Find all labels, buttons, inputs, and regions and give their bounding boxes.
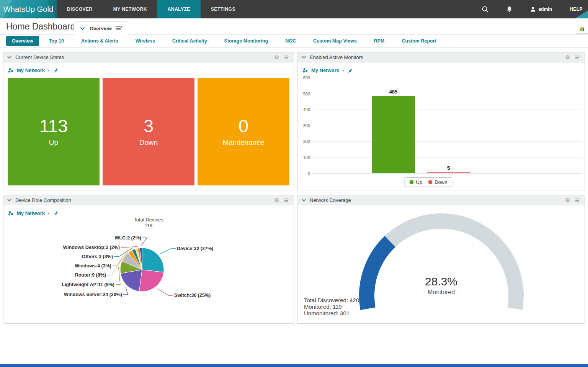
collapse-chevron-icon[interactable]: [302, 199, 306, 202]
caret-down-icon[interactable]: ▾: [342, 69, 344, 72]
nav-item-my-network[interactable]: MY NETWORK: [103, 0, 157, 18]
pie-label-lightweight-ap: Lightweight AP:11 (9%): [62, 282, 114, 287]
pie-leader-line: [116, 267, 120, 285]
gridline: [312, 141, 582, 142]
panel-header: Current Device States ⚙: [3, 52, 294, 62]
pie-leader-line: [160, 249, 176, 254]
panel-body: My Network ▾ 113 Up 3 Down 0 Maintenance: [3, 62, 294, 190]
stat-unmonitored: Unmonitored: 301: [304, 310, 359, 316]
pie-slice[interactable]: [139, 270, 163, 292]
report-picker-button[interactable]: [576, 21, 588, 34]
y-tick-label: 0: [299, 171, 310, 175]
view-menu-icon: [116, 26, 122, 31]
panel-menu-icon[interactable]: [575, 198, 581, 203]
tab-custom-report[interactable]: Custom Report: [402, 38, 436, 44]
scope-my-network-link[interactable]: My Network: [311, 67, 339, 73]
bar-value-label: 485: [372, 89, 415, 95]
tab-custom-map-views[interactable]: Custom Map Views: [313, 38, 357, 44]
scope-selector: My Network ▾: [298, 62, 585, 75]
legend-label: Down: [434, 179, 447, 185]
settings-gear-icon[interactable]: ⚙: [565, 197, 570, 203]
y-tick-label: 300: [299, 123, 310, 128]
gridline: [312, 110, 582, 110]
tab-wireless[interactable]: Wireless: [136, 38, 155, 44]
collapse-chevron-icon[interactable]: [7, 56, 11, 59]
pie-label-wlc: WLC:2 (2%): [115, 235, 141, 241]
scope-my-network-link[interactable]: My Network: [17, 67, 45, 73]
pin-icon[interactable]: [53, 68, 58, 73]
gauge-center-text: 28.3% Monitored: [298, 275, 585, 296]
device-state-tiles: 113 Up 3 Down 0 Maintenance: [3, 75, 294, 185]
tile-value: 3: [144, 116, 154, 135]
panel-title: Device Role Composition: [15, 197, 71, 203]
pie-label-router: Router:9 (8%): [75, 272, 106, 278]
y-tick-label: 500: [299, 92, 310, 96]
panel-menu-icon[interactable]: [284, 198, 290, 203]
panel-header: Device Role Composition ⚙: [3, 195, 294, 205]
legend-item-up[interactable]: Up: [410, 179, 423, 185]
panel-actions: ⚙: [565, 197, 581, 203]
pie-label-switch: Switch:30 (25%): [174, 293, 211, 298]
tile-label: Down: [139, 138, 158, 147]
panel-menu-icon[interactable]: [575, 55, 581, 60]
y-tick-label: 400: [299, 107, 310, 112]
gridline: [312, 157, 582, 158]
legend-label: Up: [416, 179, 423, 185]
tab-storage-monitoring[interactable]: Storage Monitoring: [224, 38, 268, 44]
panel-enabled-active-monitors: Enabled Active Monitors ⚙ My Network ▾ 0…: [297, 52, 585, 190]
pie-label-others: Others:3 (3%): [82, 254, 113, 259]
brand-logo[interactable]: WhatsUp Gold: [0, 0, 57, 18]
tab-noc[interactable]: NOC: [285, 38, 296, 44]
network-cluster-icon: [302, 68, 308, 73]
title-bar: Home Dashboard Overview: [0, 18, 588, 35]
nav-item-analyze[interactable]: ANALYZE: [157, 0, 201, 18]
legend-item-down[interactable]: Down: [428, 179, 447, 185]
pie-leader-line: [121, 246, 138, 247]
bar-down[interactable]: 5: [427, 172, 470, 174]
bar-value-label: 5: [427, 165, 470, 171]
panel-body: My Network ▾ Total Devices 119 WLC:2 (2%…: [3, 205, 294, 323]
user-icon: [530, 6, 536, 12]
settings-gear-icon[interactable]: ⚙: [274, 54, 279, 60]
nav-item-settings[interactable]: SETTINGS: [201, 0, 246, 18]
collapse-chevron-icon[interactable]: [7, 199, 11, 202]
caret-down-icon[interactable]: ▾: [48, 69, 50, 72]
pie-leader-line: [157, 288, 173, 295]
nav-item-discover[interactable]: DISCOVER: [57, 0, 103, 18]
dashboard-tabs: Overview Top 10 Actions & Alerts Wireles…: [0, 35, 588, 48]
tab-overview[interactable]: Overview: [6, 36, 39, 46]
bar-up[interactable]: 485: [372, 96, 415, 173]
tile-up[interactable]: 113 Up: [8, 78, 100, 185]
tab-critical-activity[interactable]: Critical Activity: [172, 38, 207, 44]
tile-down[interactable]: 3 Down: [103, 78, 194, 185]
active-monitors-bar-chart: 0100200300400500600 485 5 Up Down: [298, 75, 585, 190]
panel-header: Enabled Active Monitors ⚙: [298, 52, 585, 62]
tile-label: Up: [49, 138, 58, 147]
tab-rpm[interactable]: RPM: [374, 38, 385, 44]
panel-title: Current Device States: [15, 54, 64, 60]
legend-dot-up: [410, 180, 414, 184]
bottom-edge-strip: [0, 364, 588, 367]
tab-actions-alerts[interactable]: Actions & Alerts: [81, 38, 118, 44]
notifications-bell-icon[interactable]: [506, 6, 512, 13]
gridline: [312, 78, 582, 78]
tab-top-10[interactable]: Top 10: [49, 38, 64, 44]
panel-body: 28.3% Monitored Total Discovered: 420 Mo…: [298, 205, 585, 323]
pie-slice[interactable]: [142, 248, 164, 272]
x-axis-line: [312, 173, 582, 174]
user-menu[interactable]: admin: [530, 6, 552, 12]
bar-chart-icon: [579, 26, 585, 31]
pin-icon[interactable]: [347, 68, 353, 73]
gauge-percent-label: Monitored: [298, 289, 585, 296]
collapse-chevron-icon[interactable]: [302, 56, 306, 59]
settings-gear-icon[interactable]: ⚙: [274, 197, 279, 203]
y-tick-label: 200: [299, 139, 310, 144]
search-icon[interactable]: [482, 6, 489, 13]
panel-menu-icon[interactable]: [284, 55, 290, 60]
view-tab-overview[interactable]: Overview: [74, 21, 128, 35]
tile-maintenance[interactable]: 0 Maintenance: [198, 78, 289, 185]
y-tick-label: 100: [299, 155, 310, 160]
settings-gear-icon[interactable]: ⚙: [565, 54, 570, 60]
device-role-pie-chart: [3, 205, 294, 323]
panel-current-device-states: Current Device States ⚙ My Network ▾ 113…: [3, 52, 294, 190]
